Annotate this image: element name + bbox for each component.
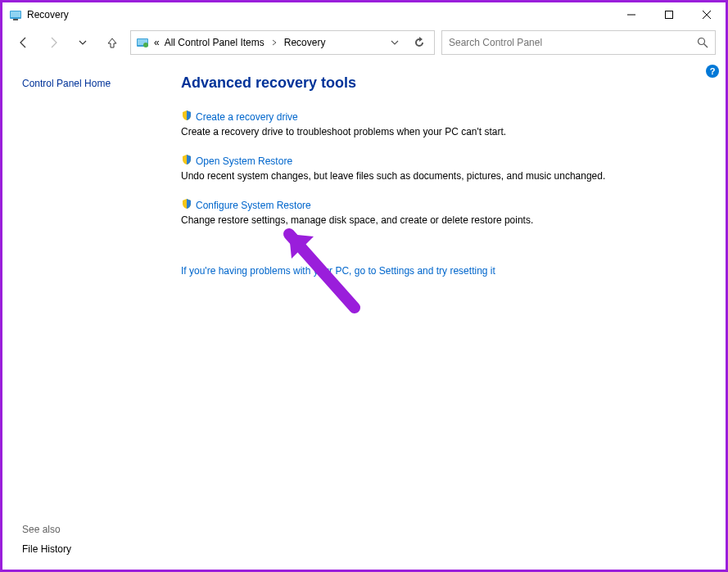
help-icon[interactable]: ? bbox=[706, 65, 719, 78]
shield-icon bbox=[181, 110, 192, 124]
breadcrumb-seg-1[interactable]: All Control Panel Items bbox=[165, 37, 265, 48]
main: ? Advanced recovery tools Create a recov… bbox=[174, 58, 726, 570]
search-icon[interactable] bbox=[697, 37, 708, 48]
svg-rect-1 bbox=[11, 11, 20, 17]
minimize-button[interactable] bbox=[613, 2, 650, 27]
close-button[interactable] bbox=[688, 2, 726, 27]
content: Control Panel Home See also File History… bbox=[2, 58, 726, 570]
breadcrumb-dropdown[interactable] bbox=[385, 33, 405, 52]
window-title: Recovery bbox=[27, 9, 613, 20]
svg-line-11 bbox=[704, 44, 708, 48]
control-panel-icon bbox=[136, 36, 149, 49]
tool-configure-system-restore: Configure System Restore Change restore … bbox=[181, 198, 706, 226]
page-heading: Advanced recovery tools bbox=[181, 74, 706, 92]
tool-open-system-restore: Open System Restore Undo recent system c… bbox=[181, 154, 706, 182]
tool-desc: Undo recent system changes, but leave fi… bbox=[181, 170, 706, 182]
tool-link-label: Open System Restore bbox=[196, 155, 292, 167]
configure-system-restore-link[interactable]: Configure System Restore bbox=[181, 198, 311, 212]
breadcrumb-prefix: « bbox=[154, 37, 160, 48]
up-button[interactable] bbox=[101, 31, 124, 54]
control-panel-home-link[interactable]: Control Panel Home bbox=[22, 78, 174, 89]
svg-rect-4 bbox=[666, 11, 673, 19]
search-box[interactable] bbox=[441, 30, 716, 55]
open-system-restore-link[interactable]: Open System Restore bbox=[181, 154, 292, 168]
forward-button[interactable] bbox=[42, 31, 65, 54]
recent-dropdown[interactable] bbox=[71, 31, 94, 54]
refresh-button[interactable] bbox=[409, 33, 429, 52]
reset-pc-link[interactable]: If you're having problems with your PC, … bbox=[181, 265, 495, 277]
tool-create-recovery-drive: Create a recovery drive Create a recover… bbox=[181, 110, 706, 137]
maximize-button[interactable] bbox=[650, 2, 688, 27]
back-button[interactable] bbox=[12, 31, 35, 54]
tool-desc: Create a recovery drive to troubleshoot … bbox=[181, 126, 706, 137]
shield-icon bbox=[181, 198, 192, 212]
tool-link-label: Configure System Restore bbox=[196, 200, 311, 211]
file-history-link[interactable]: File History bbox=[22, 543, 174, 555]
create-recovery-drive-link[interactable]: Create a recovery drive bbox=[181, 110, 298, 124]
breadcrumb-seg-2[interactable]: Recovery bbox=[284, 37, 326, 48]
svg-rect-2 bbox=[13, 19, 18, 20]
breadcrumb[interactable]: « All Control Panel Items Recovery bbox=[130, 30, 435, 55]
recovery-app-icon bbox=[9, 8, 22, 21]
see-also-label: See also bbox=[22, 524, 174, 535]
svg-point-9 bbox=[143, 43, 148, 47]
chevron-right-icon bbox=[269, 38, 279, 47]
tool-link-label: Create a recovery drive bbox=[196, 111, 298, 123]
nav-row: « All Control Panel Items Recovery bbox=[2, 27, 726, 58]
shield-icon bbox=[181, 154, 192, 168]
svg-point-10 bbox=[699, 38, 705, 45]
sidebar: Control Panel Home See also File History bbox=[2, 58, 174, 570]
tool-desc: Change restore settings, manage disk spa… bbox=[181, 214, 706, 226]
titlebar: Recovery bbox=[2, 2, 726, 27]
search-input[interactable] bbox=[449, 37, 697, 48]
window-controls bbox=[613, 2, 726, 27]
